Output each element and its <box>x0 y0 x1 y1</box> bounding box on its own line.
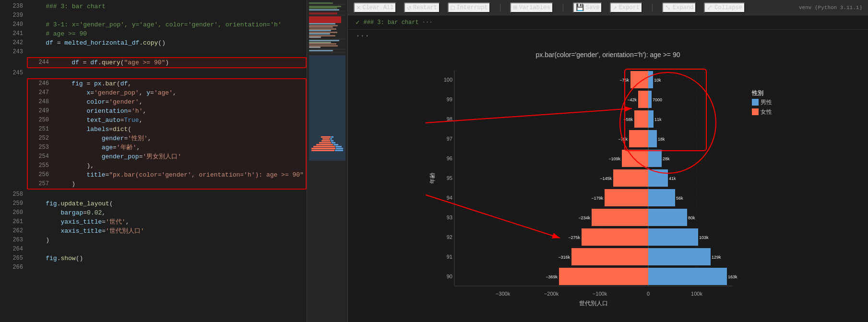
restart-button[interactable]: ↺ Restart <box>404 2 440 13</box>
bar-94-male <box>648 189 675 206</box>
variables-button[interactable]: ⊞ Variables <box>510 2 553 13</box>
code-line-263: 263 ) <box>0 236 307 245</box>
legend-title: 性別 <box>751 90 763 96</box>
code-line-238: 238 ### 3: bar chart <box>0 2 307 11</box>
chart-container: px.bar(color='gender', orientation='h'):… <box>353 47 863 317</box>
toolbar: ✕ Clear All ↺ Restart ▢ Interrupt ⊞ Vari… <box>348 0 868 15</box>
arrow-line-2 <box>426 195 560 238</box>
code-line-248: 248 color='gender', <box>30 97 304 107</box>
svg-text:−200k: −200k <box>544 291 559 297</box>
collapse-icon: ⤢ <box>707 4 713 11</box>
code-line-251: 251 labels=dict( <box>30 125 304 134</box>
toolbar-sep-3 <box>652 4 653 12</box>
code-line-245: 245 <box>0 69 307 78</box>
svg-text:28k: 28k <box>663 156 670 161</box>
venv-label: venv (Python 3.11.1) <box>799 5 862 11</box>
svg-text:−100k: −100k <box>593 291 607 297</box>
bar-99-male <box>648 91 652 108</box>
bar-92-female <box>582 228 648 246</box>
code-line-257: 257 ) <box>30 179 304 189</box>
code-line-244: 244 df = df.query("age >= 90") <box>30 58 304 67</box>
svg-text:100: 100 <box>444 77 452 83</box>
svg-text:−109k: −109k <box>608 156 620 161</box>
export-icon: ↗ <box>613 4 617 11</box>
interrupt-button[interactable]: ▢ Interrupt <box>448 2 490 13</box>
export-button[interactable]: ↗ Export <box>610 2 642 13</box>
svg-text:−145k: −145k <box>600 176 612 181</box>
svg-text:0: 0 <box>647 291 650 297</box>
more-options-button[interactable]: ··· <box>348 30 868 42</box>
toolbar-sep-1 <box>500 4 500 12</box>
code-line-250: 250 text_auto=True, <box>30 116 304 125</box>
save-icon: 💾 <box>576 4 584 11</box>
bar-97-male <box>648 130 657 147</box>
code-editor: 238 ### 3: bar chart 239 240 # 3-1: x='g… <box>0 0 307 322</box>
code-line-246: 246 fig = px.bar(df, <box>30 79 304 88</box>
minimap <box>307 0 348 322</box>
legend-female-swatch <box>752 108 759 115</box>
bar-96-female <box>622 150 648 167</box>
collapse-button[interactable]: ⤢ Collapse <box>704 2 745 13</box>
bar-92-male <box>648 228 698 246</box>
code-line-240: 240 # 3-1: x='gender_pop', y='age', colo… <box>0 20 307 29</box>
code-line-259: 259 fig.update_layout( <box>0 199 307 208</box>
svg-text:−42k: −42k <box>627 97 637 102</box>
code-line-242: 242 df = melted_horizontal_df.copy() <box>0 38 307 48</box>
code-line-247: 247 x='gender_pop', y='age', <box>30 88 304 97</box>
code-line-254: 254 gender_pop='男女別人口' <box>30 152 304 161</box>
code-line-249: 249 orientation='h', <box>30 107 304 116</box>
svg-text:−179k: −179k <box>591 196 603 201</box>
svg-text:−275k: −275k <box>568 235 580 240</box>
svg-text:−316k: −316k <box>558 255 570 260</box>
svg-text:97: 97 <box>447 136 452 142</box>
code-line-261: 261 yaxis_title='世代', <box>0 217 307 227</box>
bar-96-male <box>648 150 662 167</box>
svg-text:−369k: −369k <box>546 274 558 279</box>
code-line-264: 264 <box>0 245 307 254</box>
bar-91-male <box>648 248 711 265</box>
legend-female-label: 女性 <box>761 108 772 115</box>
svg-text:92: 92 <box>447 234 452 240</box>
code-line-241: 241 # age >= 90 <box>0 29 307 38</box>
code-highlight-query: 244 df = df.query("age >= 90") <box>27 57 307 68</box>
svg-text:−300k: −300k <box>496 291 511 297</box>
code-panel: 238 ### 3: bar chart 239 240 # 3-1: x='g… <box>0 0 307 322</box>
toolbar-sep-2 <box>563 4 563 12</box>
bar-90-female <box>559 268 648 285</box>
svg-text:80k: 80k <box>688 215 695 220</box>
svg-text:41k: 41k <box>669 176 676 181</box>
bar-93-male <box>648 209 687 226</box>
svg-text:93: 93 <box>447 215 452 220</box>
code-line-258: 258 <box>0 190 307 199</box>
svg-text:100k: 100k <box>691 291 702 297</box>
svg-text:129k: 129k <box>712 255 721 260</box>
svg-text:96: 96 <box>447 155 452 161</box>
code-highlight-fig: 246 fig = px.bar(df, 247 x='gender_pop',… <box>27 78 307 190</box>
svg-text:91: 91 <box>447 254 452 260</box>
clear-all-button[interactable]: ✕ Clear All <box>354 2 396 13</box>
svg-text:103k: 103k <box>699 235 709 240</box>
svg-text:年齢: 年齢 <box>429 172 436 184</box>
code-line-253: 253 age='年齢', <box>30 143 304 152</box>
code-line-262: 262 xaxis_title='世代別人口' <box>0 227 307 236</box>
bar-100-female <box>630 71 648 88</box>
check-icon: ✓ <box>356 18 359 26</box>
cell-status-text: ### 3: bar chart ··· <box>363 19 432 26</box>
bar-97-female <box>629 130 648 147</box>
bar-95-female <box>613 169 648 187</box>
save-button[interactable]: 💾 Save <box>573 2 603 13</box>
bar-chart-svg: −300k −200k −100k 0 100k 世代別人口 年齢 <box>353 60 863 310</box>
code-line-252: 252 gender='性別', <box>30 134 304 143</box>
minimap-content <box>307 0 347 322</box>
cell-status-bar: ✓ ### 3: bar chart ··· <box>348 15 868 30</box>
expand-button[interactable]: ⤡ Expand <box>662 2 696 13</box>
svg-text:163k: 163k <box>728 274 737 279</box>
code-line-260: 260 bargap=0.02, <box>0 208 307 217</box>
output-panel: ✕ Clear All ↺ Restart ▢ Interrupt ⊞ Vari… <box>348 0 868 322</box>
code-line-239: 239 <box>0 11 307 20</box>
x-icon: ✕ <box>357 4 360 11</box>
bar-90-male <box>648 268 727 285</box>
legend-male-swatch <box>752 99 759 106</box>
bar-94-female <box>605 189 648 206</box>
svg-text:99: 99 <box>447 96 452 102</box>
